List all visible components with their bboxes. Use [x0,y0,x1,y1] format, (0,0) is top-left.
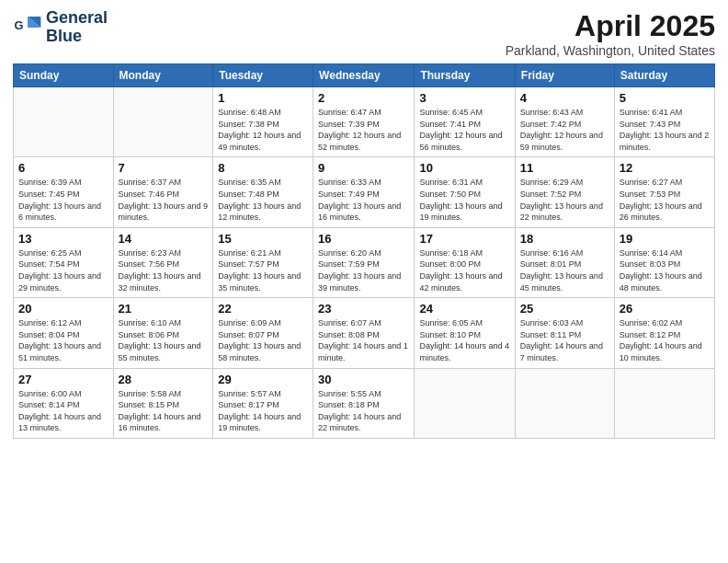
day-info: Sunrise: 6:20 AM Sunset: 7:59 PM Dayligh… [318,247,409,293]
day-cell: 16Sunrise: 6:20 AM Sunset: 7:59 PM Dayli… [313,227,415,297]
day-info: Sunrise: 6:12 AM Sunset: 8:04 PM Dayligh… [18,317,108,363]
day-cell: 17Sunrise: 6:18 AM Sunset: 8:00 PM Dayli… [415,227,515,297]
day-cell: 29Sunrise: 5:57 AM Sunset: 8:17 PM Dayli… [213,368,313,438]
day-cell: 9Sunrise: 6:33 AM Sunset: 7:49 PM Daylig… [313,157,415,227]
week-row-3: 13Sunrise: 6:25 AM Sunset: 7:54 PM Dayli… [14,227,715,297]
day-number: 30 [318,373,409,386]
page: G General Blue April 2025 Parkland, Wash… [0,0,728,563]
week-row-5: 27Sunrise: 6:00 AM Sunset: 8:14 PM Dayli… [14,368,715,438]
day-number: 28 [119,373,209,386]
col-header-tuesday: Tuesday [213,64,313,87]
day-info: Sunrise: 6:48 AM Sunset: 7:38 PM Dayligh… [218,107,308,153]
day-cell: 3Sunrise: 6:45 AM Sunset: 7:41 PM Daylig… [415,87,515,157]
day-info: Sunrise: 6:25 AM Sunset: 7:54 PM Dayligh… [18,247,108,293]
subtitle: Parkland, Washington, United States [506,43,715,58]
day-cell: 27Sunrise: 6:00 AM Sunset: 8:14 PM Dayli… [14,368,114,438]
svg-text:G: G [15,17,24,31]
day-info: Sunrise: 6:41 AM Sunset: 7:43 PM Dayligh… [620,107,710,153]
day-cell [415,368,515,438]
day-info: Sunrise: 6:39 AM Sunset: 7:45 PM Dayligh… [18,177,108,223]
day-number: 1 [218,91,308,105]
day-info: Sunrise: 6:14 AM Sunset: 8:03 PM Dayligh… [620,247,710,293]
day-cell: 20Sunrise: 6:12 AM Sunset: 8:04 PM Dayli… [14,298,114,368]
day-cell: 2Sunrise: 6:47 AM Sunset: 7:39 PM Daylig… [313,87,415,157]
day-info: Sunrise: 5:55 AM Sunset: 8:18 PM Dayligh… [318,388,409,434]
day-cell: 13Sunrise: 6:25 AM Sunset: 7:54 PM Dayli… [14,227,114,297]
day-number: 24 [419,302,509,316]
day-cell: 26Sunrise: 6:02 AM Sunset: 8:12 PM Dayli… [614,298,714,368]
day-number: 29 [218,373,308,386]
col-header-thursday: Thursday [415,64,515,87]
day-info: Sunrise: 6:05 AM Sunset: 8:10 PM Dayligh… [419,317,509,363]
calendar-table: SundayMondayTuesdayWednesdayThursdayFrid… [13,63,715,439]
day-number: 10 [419,161,509,175]
day-info: Sunrise: 5:57 AM Sunset: 8:17 PM Dayligh… [218,388,308,434]
day-info: Sunrise: 6:27 AM Sunset: 7:53 PM Dayligh… [620,177,710,223]
day-number: 18 [520,232,609,246]
day-info: Sunrise: 6:23 AM Sunset: 7:56 PM Dayligh… [119,247,209,293]
day-cell [14,87,114,157]
day-number: 14 [119,232,209,246]
logo-line1: General [46,9,108,28]
day-cell: 4Sunrise: 6:43 AM Sunset: 7:42 PM Daylig… [515,87,614,157]
day-number: 27 [18,373,108,386]
col-header-wednesday: Wednesday [313,64,415,87]
day-number: 8 [218,161,308,175]
day-number: 15 [218,232,308,246]
day-cell: 22Sunrise: 6:09 AM Sunset: 8:07 PM Dayli… [213,298,313,368]
day-info: Sunrise: 6:43 AM Sunset: 7:42 PM Dayligh… [520,107,609,153]
day-cell [515,368,614,438]
day-cell: 30Sunrise: 5:55 AM Sunset: 8:18 PM Dayli… [313,368,415,438]
day-number: 7 [119,161,209,175]
day-number: 19 [620,232,710,246]
week-row-4: 20Sunrise: 6:12 AM Sunset: 8:04 PM Dayli… [14,298,715,368]
day-number: 3 [419,91,509,105]
day-cell: 6Sunrise: 6:39 AM Sunset: 7:45 PM Daylig… [14,157,114,227]
day-info: Sunrise: 6:29 AM Sunset: 7:52 PM Dayligh… [520,177,609,223]
day-info: Sunrise: 6:03 AM Sunset: 8:11 PM Dayligh… [520,317,609,363]
day-info: Sunrise: 6:33 AM Sunset: 7:49 PM Dayligh… [318,177,409,223]
day-number: 12 [620,161,710,175]
day-number: 2 [318,91,409,105]
col-header-saturday: Saturday [614,64,714,87]
day-number: 21 [119,302,209,316]
day-number: 26 [620,302,710,316]
day-cell [113,87,213,157]
day-cell: 14Sunrise: 6:23 AM Sunset: 7:56 PM Dayli… [113,227,213,297]
day-number: 11 [520,161,609,175]
calendar-header-row: SundayMondayTuesdayWednesdayThursdayFrid… [14,64,715,87]
day-number: 13 [18,232,108,246]
day-number: 17 [419,232,509,246]
week-row-1: 1Sunrise: 6:48 AM Sunset: 7:38 PM Daylig… [14,87,715,157]
day-info: Sunrise: 6:35 AM Sunset: 7:48 PM Dayligh… [218,177,308,223]
day-number: 25 [520,302,609,316]
day-info: Sunrise: 6:02 AM Sunset: 8:12 PM Dayligh… [620,317,710,363]
day-info: Sunrise: 6:21 AM Sunset: 7:57 PM Dayligh… [218,247,308,293]
header: G General Blue April 2025 Parkland, Wash… [13,9,715,58]
day-cell: 21Sunrise: 6:10 AM Sunset: 8:06 PM Dayli… [113,298,213,368]
col-header-friday: Friday [515,64,614,87]
month-title: April 2025 [506,9,715,43]
day-number: 16 [318,232,409,246]
day-cell: 5Sunrise: 6:41 AM Sunset: 7:43 PM Daylig… [614,87,714,157]
logo-text: General Blue [46,9,108,46]
day-number: 22 [218,302,308,316]
day-info: Sunrise: 5:58 AM Sunset: 8:15 PM Dayligh… [119,388,209,434]
day-info: Sunrise: 6:09 AM Sunset: 8:07 PM Dayligh… [218,317,308,363]
col-header-monday: Monday [113,64,213,87]
day-number: 20 [18,302,108,316]
logo: G General Blue [13,9,108,46]
day-cell: 19Sunrise: 6:14 AM Sunset: 8:03 PM Dayli… [614,227,714,297]
day-info: Sunrise: 6:07 AM Sunset: 8:08 PM Dayligh… [318,317,409,363]
day-number: 6 [18,161,108,175]
day-number: 9 [318,161,409,175]
logo-line2: Blue [46,28,108,46]
day-cell: 1Sunrise: 6:48 AM Sunset: 7:38 PM Daylig… [213,87,313,157]
day-cell: 11Sunrise: 6:29 AM Sunset: 7:52 PM Dayli… [515,157,614,227]
day-cell: 15Sunrise: 6:21 AM Sunset: 7:57 PM Dayli… [213,227,313,297]
day-cell: 28Sunrise: 5:58 AM Sunset: 8:15 PM Dayli… [113,368,213,438]
day-info: Sunrise: 6:18 AM Sunset: 8:00 PM Dayligh… [419,247,509,293]
day-cell: 12Sunrise: 6:27 AM Sunset: 7:53 PM Dayli… [614,157,714,227]
day-info: Sunrise: 6:47 AM Sunset: 7:39 PM Dayligh… [318,107,409,153]
col-header-sunday: Sunday [14,64,114,87]
